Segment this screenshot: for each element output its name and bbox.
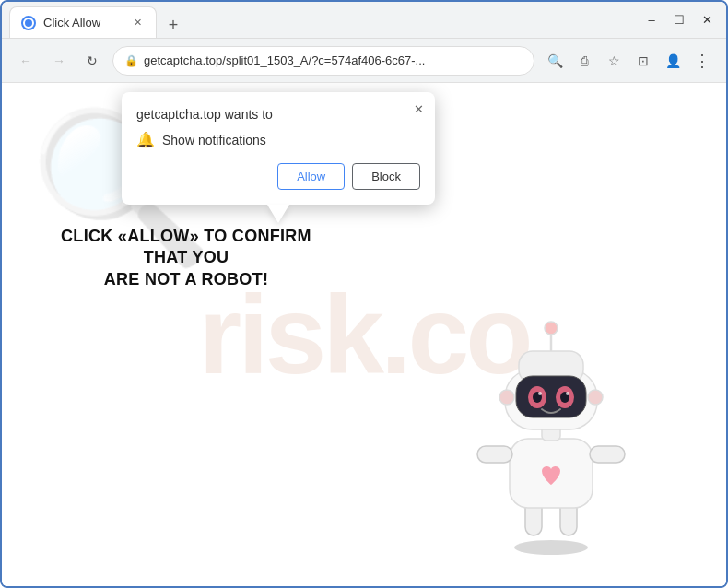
svg-point-10 xyxy=(545,322,558,335)
notification-label: Show notifications xyxy=(162,133,266,147)
maximize-button[interactable]: ☐ xyxy=(667,8,691,32)
tab-favicon xyxy=(21,16,36,30)
popup-close-button[interactable]: ✕ xyxy=(409,100,428,118)
notification-popup: ✕ getcaptcha.top wants to 🔔 Show notific… xyxy=(122,92,435,205)
popup-title: getcaptcha.top wants to xyxy=(136,107,420,122)
address-bar: ← → ↻ 🔒 getcaptcha.top/split01_1503_A/?c… xyxy=(2,39,726,83)
new-tab-button[interactable]: + xyxy=(160,12,186,38)
back-button[interactable]: ← xyxy=(13,48,39,74)
minimize-button[interactable]: – xyxy=(640,8,663,32)
tab-close-button[interactable]: ✕ xyxy=(130,16,145,30)
heading-text: CLICK «ALLOW» TO CONFIRM THAT YOU ARE NO… xyxy=(61,227,311,288)
tab-title: Click Allow xyxy=(43,16,123,29)
svg-rect-4 xyxy=(477,446,512,463)
menu-button[interactable]: ⋮ xyxy=(689,48,715,74)
close-button[interactable]: ✕ xyxy=(695,8,719,32)
share-button[interactable]: ⎙ xyxy=(571,48,597,74)
svg-rect-11 xyxy=(516,376,586,417)
window-controls: – ☐ ✕ xyxy=(640,8,719,32)
url-text: getcaptcha.top/split01_1503_A/?c=574af40… xyxy=(144,53,523,67)
svg-point-18 xyxy=(499,390,514,405)
profile-button[interactable]: 👤 xyxy=(660,48,686,74)
address-actions: 🔍 ⎙ ☆ ⊡ 👤 ⋮ xyxy=(542,48,715,74)
forward-button[interactable]: → xyxy=(46,48,72,74)
bell-icon: 🔔 xyxy=(136,131,155,148)
main-heading: CLICK «ALLOW» TO CONFIRM THAT YOU ARE NO… xyxy=(48,226,324,290)
bookmark-button[interactable]: ☆ xyxy=(601,48,627,74)
page-content: risk.co 🔍 ✕ getcaptcha.top wants to 🔔 Sh… xyxy=(2,83,726,586)
notification-row: 🔔 Show notifications xyxy=(136,131,420,148)
svg-rect-5 xyxy=(590,446,625,463)
block-button[interactable]: Block xyxy=(352,163,420,190)
bubble-tail xyxy=(267,205,289,223)
allow-button[interactable]: Allow xyxy=(277,163,345,190)
url-bar[interactable]: 🔒 getcaptcha.top/split01_1503_A/?c=574af… xyxy=(112,46,534,76)
popup-buttons: Allow Block xyxy=(136,163,420,190)
search-button[interactable]: 🔍 xyxy=(542,48,568,74)
svg-point-19 xyxy=(588,390,603,405)
active-tab[interactable]: Click Allow ✕ xyxy=(9,6,157,38)
title-bar: Click Allow ✕ + – ☐ ✕ xyxy=(2,2,726,39)
svg-point-17 xyxy=(566,392,569,395)
lock-icon: 🔒 xyxy=(124,54,138,67)
tab-area: Click Allow ✕ + xyxy=(9,2,632,38)
svg-point-0 xyxy=(514,540,588,555)
robot-illustration xyxy=(450,300,652,559)
svg-point-16 xyxy=(538,392,542,395)
sidebar-button[interactable]: ⊡ xyxy=(630,48,656,74)
reload-button[interactable]: ↻ xyxy=(79,48,105,74)
